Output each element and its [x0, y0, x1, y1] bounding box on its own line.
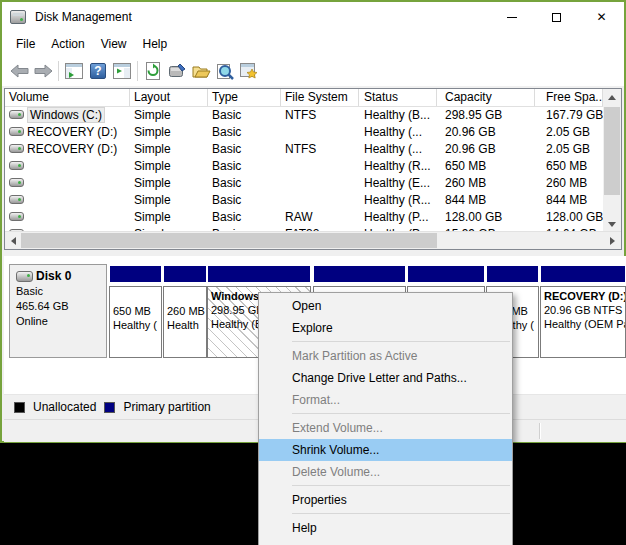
- header-free-space[interactable]: Free Spa...: [535, 89, 603, 106]
- cell-status: Healthy (...: [359, 142, 437, 156]
- cell-layout: Simple: [130, 176, 208, 190]
- volume-icon: [9, 178, 24, 187]
- disk-properties-icon[interactable]: [165, 59, 189, 83]
- volume-icon: [9, 110, 24, 119]
- cell-capacity: 260 MB: [437, 176, 535, 190]
- table-row[interactable]: Simple Basic Healthy (E... 260 MB 260 MB: [5, 174, 603, 191]
- menu-item-help[interactable]: Help: [259, 517, 512, 539]
- view-icon[interactable]: [213, 59, 237, 83]
- primary-partition-bar: [408, 266, 484, 282]
- scroll-up-icon[interactable]: [603, 89, 621, 105]
- menu-item-delete-volume: Delete Volume...: [259, 461, 512, 483]
- primary-partition-bar: [541, 266, 625, 282]
- menu-separator: [292, 513, 510, 514]
- minimize-button[interactable]: [489, 3, 534, 32]
- table-header: Volume Layout Type File System Status Ca…: [5, 89, 603, 107]
- refresh-icon[interactable]: [141, 59, 165, 83]
- menu-item-format: Format...: [259, 389, 512, 411]
- volume-icon: [9, 144, 24, 153]
- scroll-right-icon[interactable]: [604, 232, 620, 249]
- table-row[interactable]: Simple Basic Healthy (R... 844 MB 844 MB: [5, 191, 603, 208]
- action-pane-icon[interactable]: [110, 59, 134, 83]
- header-file-system[interactable]: File System: [281, 89, 359, 106]
- vertical-scrollbar[interactable]: [603, 89, 621, 232]
- header-status[interactable]: Status: [359, 89, 437, 106]
- menu-help[interactable]: Help: [135, 33, 176, 55]
- cell-type: Basic: [208, 108, 281, 122]
- maximize-icon: [552, 13, 561, 22]
- primary-partition-bar: [487, 266, 538, 282]
- menu-item-extend-volume: Extend Volume...: [259, 417, 512, 439]
- console-tree-icon[interactable]: [62, 59, 86, 83]
- cell-free: 2.05 GB: [535, 142, 603, 156]
- menu-item-mark-partition-active: Mark Partition as Active: [259, 345, 512, 367]
- header-layout[interactable]: Layout: [130, 89, 208, 106]
- table-row[interactable]: RECOVERY (D:) Simple Basic Healthy (... …: [5, 123, 603, 140]
- menu-view[interactable]: View: [93, 33, 135, 55]
- horizontal-scrollbar[interactable]: [5, 231, 621, 249]
- close-button[interactable]: ✕: [579, 3, 624, 32]
- menu-item-properties[interactable]: Properties: [259, 489, 512, 511]
- disk-icon: [16, 271, 33, 282]
- partition-name: RECOVERY (D:): [544, 289, 625, 303]
- cell-capacity: 650 MB: [437, 159, 535, 173]
- cell-status: Healthy (R...: [359, 159, 437, 173]
- menu-item-open[interactable]: Open: [259, 295, 512, 317]
- menu-item-explore[interactable]: Explore: [259, 317, 512, 339]
- cell-free: 260 MB: [535, 176, 603, 190]
- partition-recovery[interactable]: RECOVERY (D:) 20.96 GB NTFS Healthy (OEM…: [540, 264, 626, 358]
- cell-free: 844 MB: [535, 193, 603, 207]
- back-icon[interactable]: [7, 59, 31, 83]
- table-row[interactable]: RECOVERY (D:) Simple Basic NTFS Healthy …: [5, 140, 603, 157]
- cell-free: 167.79 GB: [535, 108, 603, 122]
- horizontal-scroll-thumb[interactable]: [21, 233, 437, 248]
- scroll-down-icon[interactable]: [603, 216, 621, 232]
- header-capacity[interactable]: Capacity: [437, 89, 535, 106]
- menu-item-shrink-volume[interactable]: Shrink Volume...: [259, 439, 512, 461]
- open-folder-icon[interactable]: [189, 59, 213, 83]
- vertical-scroll-thumb[interactable]: [604, 107, 620, 195]
- desktop: Disk Management ✕ File Action View Help …: [0, 0, 626, 545]
- volume-icon: [9, 195, 24, 204]
- partition-260mb[interactable]: 260 MB Health: [163, 264, 207, 358]
- disk0-info-box[interactable]: Disk 0 Basic 465.64 GB Online: [9, 264, 107, 358]
- table-row[interactable]: Windows (C:) Simple Basic NTFS Healthy (…: [5, 106, 603, 123]
- table-row[interactable]: Simple Basic RAW Healthy (P... 128.00 GB…: [5, 208, 603, 225]
- partition-size: 650 MB: [113, 304, 161, 318]
- cell-capacity: 20.96 GB: [437, 142, 535, 156]
- scroll-left-icon[interactable]: [5, 232, 21, 249]
- header-type[interactable]: Type: [208, 89, 281, 106]
- close-icon: ✕: [596, 11, 606, 23]
- cell-fs: NTFS: [281, 108, 359, 122]
- toolbar: ?: [2, 56, 624, 87]
- volume-name: RECOVERY (D:): [27, 125, 117, 139]
- volume-icon: [9, 127, 24, 136]
- help-icon[interactable]: ?: [86, 59, 110, 83]
- forward-icon[interactable]: [31, 59, 55, 83]
- maximize-button[interactable]: [534, 3, 579, 32]
- header-volume[interactable]: Volume: [5, 89, 130, 106]
- menu-file[interactable]: File: [8, 33, 43, 55]
- volume-name: Windows (C:): [27, 107, 105, 123]
- primary-partition-bar: [208, 266, 310, 282]
- settings-star-icon[interactable]: [237, 59, 261, 83]
- primary-partition-swatch: [104, 402, 115, 413]
- volume-name: RECOVERY (D:): [27, 142, 117, 156]
- partition-size: 20.96 GB NTFS: [544, 303, 625, 317]
- table-row[interactable]: Simple Basic Healthy (R... 650 MB 650 MB: [5, 157, 603, 174]
- partition-650mb[interactable]: 650 MB Healthy (: [109, 264, 162, 358]
- partition-size: 260 MB: [167, 304, 206, 318]
- partition-status: Health: [167, 318, 206, 332]
- legend-unallocated-label: Unallocated: [33, 400, 96, 414]
- cell-layout: Simple: [130, 210, 208, 224]
- disk-size: 465.64 GB: [16, 299, 106, 314]
- menu-action[interactable]: Action: [43, 33, 92, 55]
- menu-separator: [292, 485, 510, 486]
- menu-separator: [292, 341, 510, 342]
- cell-capacity: 298.95 GB: [437, 108, 535, 122]
- volume-icon: [9, 212, 24, 221]
- cell-capacity: 20.96 GB: [437, 125, 535, 139]
- menu-item-change-drive-letter[interactable]: Change Drive Letter and Paths...: [259, 367, 512, 389]
- status-bar-divider: [539, 423, 541, 439]
- cell-layout: Simple: [130, 125, 208, 139]
